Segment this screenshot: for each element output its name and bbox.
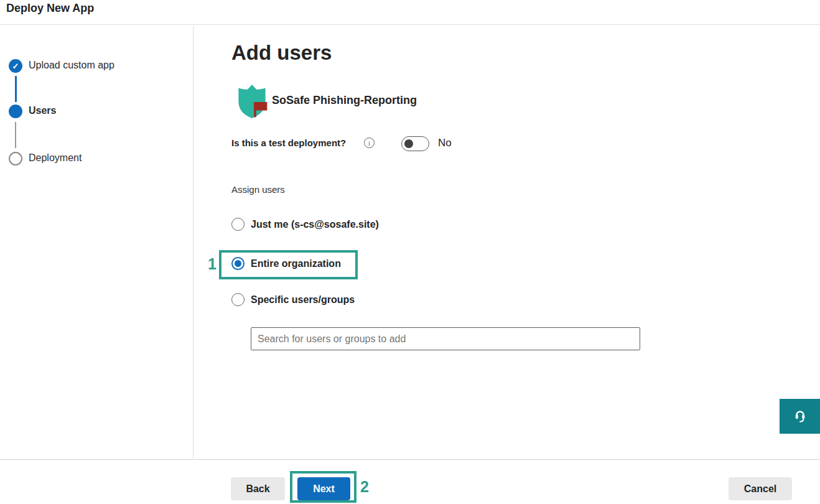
step-current-dot-icon [9,105,22,118]
radio-entire-organization[interactable]: Entire organization [231,257,341,270]
stepper-item-deployment[interactable]: Deployment [29,152,82,164]
back-button[interactable]: Back [231,477,285,500]
radio-circle-icon [231,218,245,231]
test-deployment-toggle[interactable] [401,136,429,151]
window-header: Deploy New App [0,0,820,25]
wizard-stepper-sidebar: ✓ Upload custom app Users Deployment [0,26,193,459]
step-upcoming-circle-icon [9,152,22,166]
radio-circle-icon [231,257,245,270]
radio-specific-users-groups[interactable]: Specific users/groups [231,293,355,306]
next-button[interactable]: Next [297,477,350,500]
page-title: Deploy New App [6,2,94,15]
search-users-input[interactable] [251,327,640,350]
test-deployment-label: Is this a test deployment? [231,138,346,148]
wizard-main-panel: Add users SoSafe Phishing-Reporting Is t… [194,26,820,459]
wizard-footer: Back Next Cancel [0,459,820,504]
app-name: SoSafe Phishing-Reporting [272,94,417,107]
stepper-connector [15,122,16,148]
headset-icon [792,408,808,426]
assign-users-label: Assign users [231,184,285,195]
radio-label: Specific users/groups [251,294,355,306]
toggle-state-label: No [438,137,452,149]
checkmark-glyph: ✓ [12,62,19,71]
section-title: Add users [231,41,332,65]
radio-circle-icon [231,293,245,306]
step-complete-check-icon: ✓ [9,59,22,73]
stepper-connector [15,76,17,102]
info-icon[interactable]: i [364,138,375,148]
deploy-new-app-wizard: Deploy New App ✓ Upload custom app Users… [0,0,820,504]
cancel-button[interactable]: Cancel [729,477,792,500]
radio-label: Just me (s-cs@sosafe.site) [251,219,379,230]
stepper-item-upload-custom-app[interactable]: Upload custom app [29,60,114,71]
radio-just-me[interactable]: Just me (s-cs@sosafe.site) [231,218,379,231]
radio-label: Entire organization [251,258,341,269]
toggle-knob [404,139,413,148]
app-shield-flag-icon [235,83,269,121]
stepper-item-users[interactable]: Users [29,105,56,116]
support-fab-button[interactable] [780,399,820,434]
